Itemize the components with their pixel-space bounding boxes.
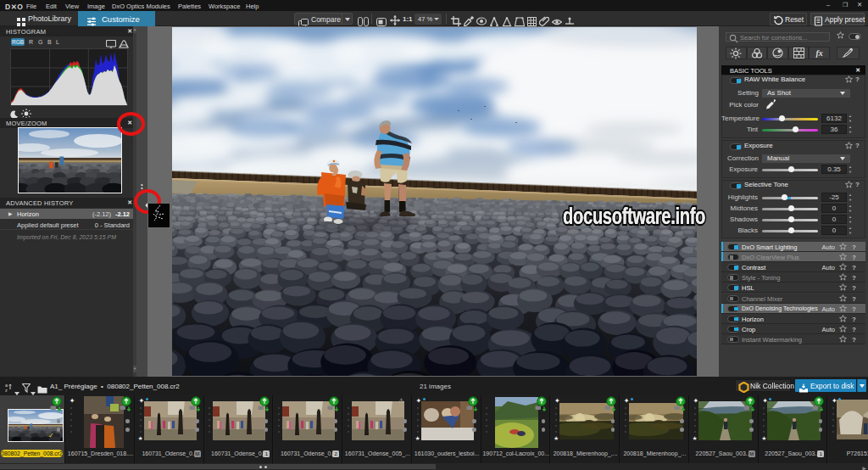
svg-text:z: z	[5, 388, 8, 393]
